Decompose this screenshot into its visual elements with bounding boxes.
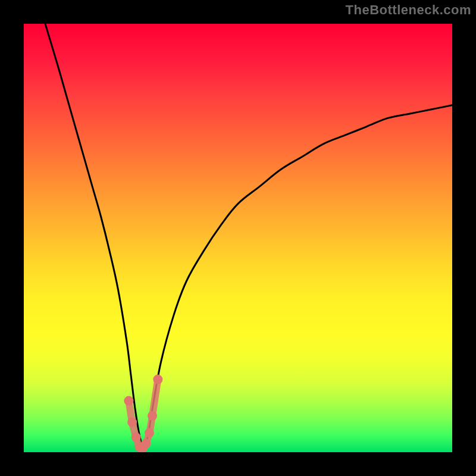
chart-stage: TheBottleneck.com [0,0,476,476]
highlight-point [145,428,154,438]
curve-layer [24,24,452,452]
watermark-text: TheBottleneck.com [346,2,471,18]
highlight-point [127,418,137,427]
highlight-point [131,433,141,442]
highlight-point [124,396,133,406]
highlight-point [153,375,162,384]
highlight-point [141,439,151,449]
bottleneck-curve [45,24,452,448]
highlight-point [148,411,157,421]
plot-area [24,24,452,452]
